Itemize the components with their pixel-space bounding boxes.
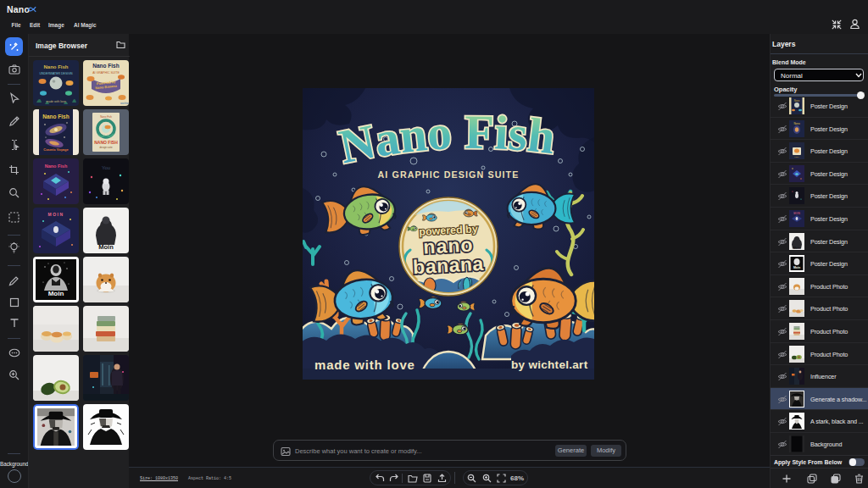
- svg-text:MOIN: MOIN: [793, 212, 799, 215]
- svg-text:design suite: design suite: [100, 146, 113, 149]
- svg-text:You: You: [102, 165, 110, 170]
- svg-text:Cosmic Voyage: Cosmic Voyage: [43, 147, 69, 152]
- svg-text:AI GRAPHIC SUITE: AI GRAPHIC SUITE: [92, 71, 120, 75]
- svg-text:made with love: made with love: [314, 358, 415, 372]
- svg-text:made with love: made with love: [46, 100, 65, 103]
- svg-text:Nano: Nano: [794, 99, 800, 103]
- svg-text:Moin: Moin: [793, 246, 800, 249]
- svg-text:Nano Fish: Nano Fish: [100, 115, 112, 119]
- svg-text:Moin: Moin: [793, 266, 800, 269]
- svg-text:Nano Fish: Nano Fish: [43, 64, 68, 69]
- svg-text:Moin: Moin: [98, 243, 114, 251]
- svg-text:UNDERWATER DESIGN: UNDERWATER DESIGN: [39, 72, 72, 75]
- svg-text:MOIN: MOIN: [47, 212, 64, 217]
- svg-text:banana: banana: [413, 252, 485, 278]
- svg-text:AI GRAPHIC DESIGN SUITE: AI GRAPHIC DESIGN SUITE: [378, 169, 520, 180]
- svg-text:Nano: Nano: [793, 122, 800, 125]
- svg-text:NANO FISH: NANO FISH: [94, 140, 118, 145]
- svg-text:FISH: FISH: [794, 156, 799, 158]
- svg-text:Nano Fish: Nano Fish: [42, 114, 69, 119]
- svg-text:wichtel.art: wichtel.art: [120, 102, 129, 105]
- svg-text:by wichtel.art: by wichtel.art: [511, 358, 588, 371]
- svg-text:Nano Fish: Nano Fish: [45, 164, 68, 169]
- svg-text:Moin: Moin: [48, 290, 64, 297]
- svg-text:Nano Fish: Nano Fish: [92, 63, 119, 69]
